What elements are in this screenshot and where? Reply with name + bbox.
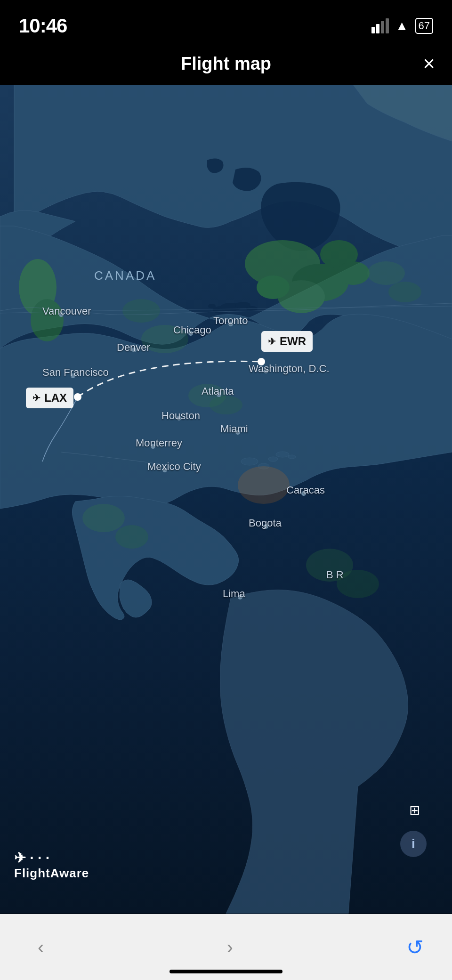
svg-point-29 <box>59 312 64 317</box>
back-button[interactable]: ‹ <box>28 932 53 963</box>
airport-label-ewr: ✈ EWR <box>261 331 313 352</box>
svg-point-3 <box>276 452 289 457</box>
header: Flight map × <box>0 42 452 85</box>
svg-point-0 <box>241 458 258 465</box>
wifi-icon: ▲ <box>396 18 409 33</box>
svg-point-32 <box>188 331 193 336</box>
home-indicator <box>170 970 282 973</box>
lax-route-dot <box>74 393 81 401</box>
svg-point-30 <box>71 373 75 378</box>
svg-point-28 <box>388 282 421 302</box>
expand-map-button[interactable]: ⊞ <box>400 796 428 824</box>
close-button[interactable]: × <box>423 53 435 74</box>
signal-bar-4 <box>386 18 389 33</box>
svg-point-22 <box>82 504 125 532</box>
svg-point-27 <box>367 261 405 285</box>
svg-point-21 <box>210 396 242 414</box>
forward-button[interactable]: › <box>218 932 242 963</box>
signal-bar-2 <box>376 24 379 33</box>
svg-point-19 <box>122 299 160 323</box>
status-bar: 10:46 ▲ 67 <box>0 0 452 42</box>
svg-point-9 <box>208 304 216 308</box>
battery-box: 67 <box>415 18 433 34</box>
signal-bar-3 <box>381 21 384 33</box>
svg-point-41 <box>264 524 268 529</box>
map-area: Vancouver San Francisco Denver Chicago T… <box>0 85 452 914</box>
svg-point-4 <box>288 455 296 459</box>
svg-point-15 <box>337 261 370 285</box>
svg-point-8 <box>246 306 258 311</box>
svg-point-39 <box>162 468 167 472</box>
fa-logo-plane: ✈ · · · <box>14 850 49 866</box>
plane-icon-lax: ✈ <box>32 392 40 404</box>
status-time: 10:46 <box>19 15 67 37</box>
svg-point-34 <box>264 369 268 373</box>
svg-point-2 <box>268 457 278 462</box>
plane-icon-ewr: ✈ <box>268 336 276 347</box>
battery-indicator: 67 <box>415 18 433 34</box>
signal-bar-1 <box>371 27 375 33</box>
svg-point-33 <box>228 322 233 326</box>
flightaware-logo: ✈ · · · FlightAware <box>14 850 89 881</box>
svg-point-24 <box>238 466 290 504</box>
svg-point-37 <box>235 430 240 435</box>
svg-point-35 <box>217 392 221 397</box>
signal-bars <box>371 18 389 33</box>
svg-point-42 <box>238 595 242 599</box>
svg-point-14 <box>257 275 290 299</box>
svg-point-26 <box>337 570 379 598</box>
svg-point-23 <box>115 525 148 549</box>
page-title: Flight map <box>181 54 271 74</box>
svg-point-38 <box>151 444 155 449</box>
svg-point-36 <box>177 416 181 421</box>
info-button[interactable]: i <box>400 831 427 857</box>
map-svg <box>0 85 452 914</box>
svg-point-17 <box>31 299 64 341</box>
airport-label-lax: ✈ LAX <box>26 388 73 408</box>
airport-code-lax: LAX <box>44 391 67 405</box>
ewr-route-dot <box>258 358 265 365</box>
country-label-canada: CANADA <box>94 268 156 283</box>
svg-point-40 <box>301 491 306 496</box>
svg-point-18 <box>141 325 188 353</box>
fa-logo-text: FlightAware <box>14 866 89 881</box>
bottom-bar: ‹ › ↻ <box>0 914 452 980</box>
airport-code-ewr: EWR <box>280 335 306 348</box>
status-icons: ▲ 67 <box>371 18 433 34</box>
reload-button[interactable]: ↻ <box>406 935 424 959</box>
svg-point-31 <box>132 348 137 352</box>
